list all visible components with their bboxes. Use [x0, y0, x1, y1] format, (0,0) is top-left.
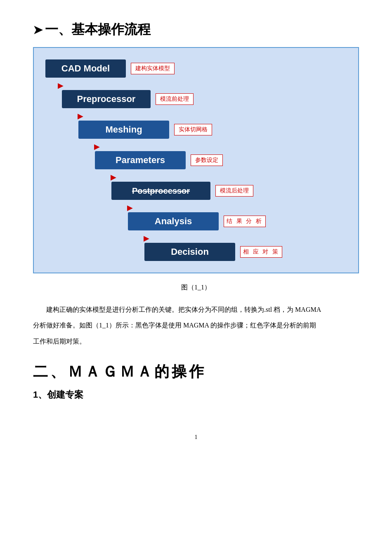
- arrow-1: ▶: [58, 82, 347, 89]
- page-number: 1: [33, 434, 359, 441]
- label-param: 参数设定: [191, 154, 223, 166]
- flow-row-pre: Preprocessor 模流前处理: [62, 90, 347, 108]
- arrow-4: ▶: [111, 173, 347, 181]
- box-analysis: Analysis: [128, 212, 219, 230]
- body-text-1: 建构正确的实体模型是进行分析工作的关键。把实体分为不同的组，转换为.stl 档，…: [33, 302, 359, 318]
- flow-row-decision: Decision 相 应 对 策: [144, 243, 347, 261]
- arrow-icon: ➤: [33, 23, 43, 37]
- arrow-6: ▶: [144, 235, 347, 242]
- flow-row-cad: CAD Model 建构实体模型: [45, 59, 347, 78]
- box-cad: CAD Model: [45, 59, 126, 78]
- label-mesh: 实体切网格: [174, 124, 212, 135]
- box-decision: Decision: [144, 243, 235, 261]
- arrow-2: ▶: [78, 112, 347, 120]
- box-mesh: Meshing: [78, 121, 169, 139]
- arrow-5: ▶: [127, 204, 347, 211]
- diagram-caption: 图（1_1）: [33, 283, 359, 292]
- label-cad: 建构实体模型: [131, 63, 175, 74]
- flow-row-mesh: Meshing 实体切网格: [78, 121, 347, 139]
- label-decision: 相 应 对 策: [240, 246, 282, 258]
- label-analysis: 结 果 分 析: [224, 216, 266, 227]
- flow-row-analysis: Analysis 结 果 分 析: [128, 212, 347, 230]
- diagram-container: CAD Model 建构实体模型 ▶ Preprocessor 模流前处理 ▶ …: [33, 47, 359, 273]
- flow-row-param: Parameters 参数设定: [95, 151, 347, 169]
- box-post: Postprocessor: [111, 182, 210, 200]
- arrow-3: ▶: [94, 143, 347, 150]
- subsection1-title: 1、创建专案: [33, 389, 359, 401]
- label-pre: 模流前处理: [156, 93, 194, 105]
- box-param: Parameters: [95, 151, 186, 169]
- section2-title: 二、ＭＡＧＭＡ的操作: [33, 362, 359, 382]
- body-text-3: 工作和后期对策。: [33, 334, 359, 349]
- flow-row-post: Postprocessor 模流后处理: [111, 182, 347, 200]
- label-post: 模流后处理: [215, 185, 253, 197]
- box-pre: Preprocessor: [62, 90, 151, 108]
- body-text-2: 分析做好准备。如图（1_1）所示：黑色字体是使用 MAGMA 的操作步骤；红色字…: [33, 318, 359, 333]
- section1-title: ➤ 一、基本操作流程: [33, 21, 359, 39]
